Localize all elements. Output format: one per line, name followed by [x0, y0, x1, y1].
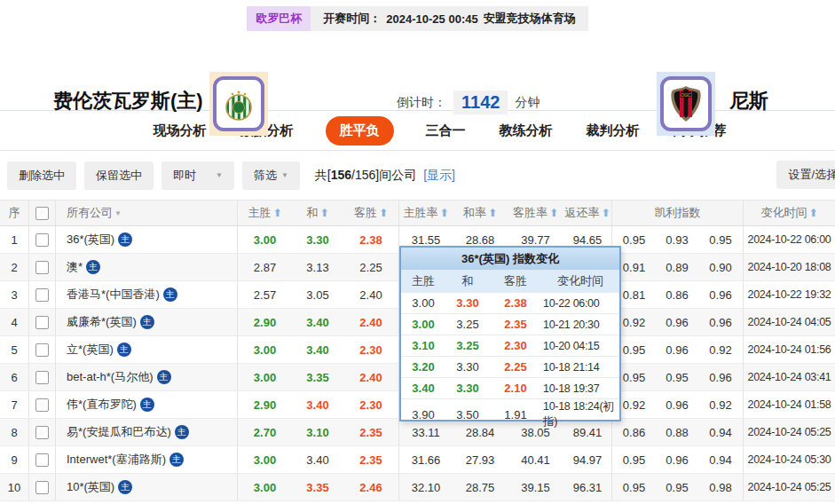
away-odds[interactable]: 2.40 [343, 281, 399, 308]
away-odds[interactable]: 2.25 [343, 254, 399, 280]
kelly-draw: 0.89 [656, 254, 698, 280]
row-checkbox[interactable] [35, 288, 49, 302]
company-cell[interactable]: 立*(英国)主 [56, 336, 238, 363]
row-checkbox[interactable] [35, 261, 49, 274]
row-index: 8 [0, 419, 29, 445]
home-odds[interactable]: 2.90 [238, 309, 292, 335]
popup-draw-odds: 3.30 [445, 357, 490, 377]
company-name: 香港马*(中国香港) [67, 287, 160, 303]
popup-change-time: 10-20 04:15 [541, 335, 619, 356]
popup-away-odds: 1.91 [490, 399, 541, 429]
company-cell[interactable]: 易*(安提瓜和巴布达)主 [56, 419, 238, 445]
home-odds[interactable]: 2.90 [238, 391, 292, 418]
home-odds-badge-icon: 主 [118, 232, 132, 247]
mode-dropdown[interactable]: 即时 ▼ [161, 161, 234, 190]
draw-odds[interactable]: 3.40 [292, 336, 343, 363]
draw-odds[interactable]: 3.35 [292, 474, 343, 500]
popup-home-odds: 3.20 [401, 357, 445, 377]
draw-odds[interactable]: 3.10 [292, 419, 343, 445]
row-checkbox[interactable] [35, 343, 49, 357]
home-odds[interactable]: 3.00 [238, 474, 292, 500]
away-odds[interactable]: 2.35 [343, 446, 399, 473]
company-cell[interactable]: 伟*(直布罗陀)主 [56, 391, 238, 418]
company-count-number: 156 [331, 168, 351, 182]
col-header-home[interactable]: 主胜⬆ [238, 201, 292, 225]
company-name: 10*(英国) [67, 479, 114, 495]
home-odds[interactable]: 3.00 [238, 364, 292, 390]
home-odds[interactable]: 3.00 [238, 446, 292, 473]
col-header-home-rate[interactable]: 主胜率⬆ [399, 201, 453, 225]
col-header-draw-rate[interactable]: 和率⬆ [453, 201, 508, 225]
kelly-away: 0.94 [698, 419, 744, 445]
tab-active-胜平负[interactable]: 胜平负 [326, 116, 394, 146]
home-odds-badge-icon: 主 [117, 343, 131, 357]
home-odds[interactable]: 3.00 [238, 226, 292, 253]
home-odds[interactable]: 3.00 [238, 336, 292, 363]
away-team-name: 尼斯 [729, 88, 768, 114]
home-odds[interactable]: 2.57 [238, 281, 292, 308]
away-odds[interactable]: 2.38 [343, 226, 399, 253]
delete-selected-button[interactable]: 删除选中 [7, 161, 76, 190]
tab-裁判分析[interactable]: 裁判分析 [585, 116, 642, 146]
company-cell[interactable]: 澳*主 [56, 254, 238, 280]
table-row: 9Interwet*(塞浦路斯)主3.003.402.3531.6627.934… [0, 446, 835, 474]
draw-odds[interactable]: 3.30 [292, 226, 343, 253]
row-checkbox[interactable] [35, 316, 49, 329]
kelly-draw: 0.96 [656, 446, 698, 473]
col-header-draw[interactable]: 和⬆ [292, 201, 343, 225]
draw-odds[interactable]: 3.35 [292, 364, 343, 390]
show-link[interactable]: [显示] [423, 168, 455, 182]
row-checkbox-cell [29, 281, 56, 308]
col-header-company[interactable]: 所有公司 ▼ [56, 201, 238, 225]
draw-odds[interactable]: 3.40 [292, 391, 343, 418]
keep-selected-button[interactable]: 保留选中 [84, 161, 154, 190]
row-checkbox[interactable] [35, 371, 49, 384]
col-header-away[interactable]: 客胜⬆ [343, 201, 399, 225]
change-time: 2024-10-24 05:25 [744, 419, 835, 445]
kelly-away: 0.96 [698, 281, 744, 308]
company-cell[interactable]: bet-at-h*(马尔他)主 [56, 364, 238, 390]
draw-odds[interactable]: 3.40 [292, 309, 343, 335]
sort-up-icon: ⬆ [808, 207, 817, 219]
row-checkbox[interactable] [35, 233, 49, 247]
row-checkbox-cell [29, 419, 56, 445]
away-odds[interactable]: 2.46 [343, 474, 399, 500]
company-cell[interactable]: 10*(英国)主 [56, 474, 238, 500]
tab-现场分析[interactable]: 现场分析 [152, 116, 209, 146]
col-header-change-time[interactable]: 变化时间⬆ [744, 201, 835, 225]
away-odds[interactable]: 2.40 [343, 309, 399, 335]
draw-odds[interactable]: 3.05 [292, 281, 343, 308]
filter-dropdown[interactable]: 筛选 ▼ [242, 161, 300, 190]
change-time: 2024-10-24 04:05 [744, 309, 835, 335]
company-name: Interwet*(塞浦路斯) [67, 452, 166, 468]
row-checkbox[interactable] [35, 426, 49, 439]
tab-三合一[interactable]: 三合一 [424, 116, 468, 146]
row-checkbox[interactable] [35, 481, 49, 494]
row-checkbox[interactable] [35, 453, 49, 467]
home-odds[interactable]: 2.87 [238, 254, 292, 280]
row-index: 2 [0, 254, 29, 280]
company-count-prefix: 共[ [315, 168, 331, 182]
select-all-checkbox[interactable] [35, 207, 49, 220]
company-cell[interactable]: 香港马*(中国香港)主 [56, 281, 238, 308]
settings-select-button[interactable]: 设置/选择 [776, 161, 835, 189]
row-checkbox[interactable] [35, 398, 49, 412]
company-cell[interactable]: 威廉希*(英国)主 [56, 309, 238, 335]
company-cell[interactable]: 36*(英国)主 [56, 226, 238, 253]
league-badge[interactable]: 欧罗巴杯 [247, 6, 311, 31]
tab-教练分析[interactable]: 教练分析 [498, 116, 555, 146]
away-odds[interactable]: 2.30 [343, 391, 399, 418]
away-odds[interactable]: 2.40 [343, 364, 399, 390]
home-odds[interactable]: 2.70 [238, 419, 292, 445]
home-odds-badge-icon: 主 [86, 260, 100, 274]
away-odds[interactable]: 2.35 [343, 419, 399, 445]
company-cell[interactable]: Interwet*(塞浦路斯)主 [56, 446, 238, 473]
away-odds[interactable]: 2.30 [343, 336, 399, 363]
row-index: 5 [0, 336, 29, 363]
company-count: 共[156/156]间公司 [显示] [315, 168, 455, 184]
col-header-return-rate[interactable]: 返还率⬆ [563, 201, 612, 225]
draw-odds[interactable]: 3.13 [292, 254, 343, 280]
draw-odds[interactable]: 3.40 [292, 446, 343, 473]
change-time: 2024-10-24 05:25 [744, 474, 835, 500]
col-header-away-rate[interactable]: 客胜率⬆ [508, 201, 563, 225]
